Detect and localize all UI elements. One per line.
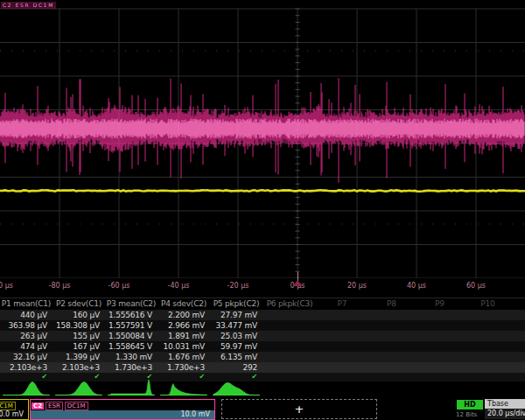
param-value [262, 310, 317, 320]
param-header[interactable]: P5 pkpk(C2) [210, 298, 262, 310]
param-value: 1.558645 V [105, 341, 158, 352]
timebase-descriptor[interactable]: Tbase 20.0 µs/div [485, 399, 525, 419]
param-header[interactable]: P6 pkpk(C3) [262, 298, 317, 310]
param-value: 263 µV [0, 331, 52, 341]
param-value [317, 331, 368, 341]
trace-annotation: C2 ESR DC1M [1, 2, 56, 9]
param-value: 1.730e+3 [158, 362, 210, 373]
trace-c2 [0, 78, 524, 183]
bit-depth-label: 12 Bits [456, 411, 477, 418]
param-value: 27.97 mV [210, 310, 262, 320]
c1-volts-per-div: 10.0 mV [0, 410, 28, 419]
param-value [416, 341, 464, 352]
param-value [262, 362, 317, 373]
histicon-3[interactable] [105, 380, 158, 396]
param-value [416, 310, 464, 320]
param-header[interactable]: P8 [368, 298, 416, 310]
c1-coupling-badge: DC1M [0, 402, 16, 410]
param-value: 2.200 mV [158, 310, 210, 320]
param-value [262, 331, 317, 341]
param-value [317, 310, 368, 320]
histicon-5[interactable] [210, 380, 262, 396]
c2-volts-per-div: 10.0 mV [31, 410, 214, 419]
histicon-4[interactable] [158, 380, 210, 396]
channel-c1-descriptor[interactable]: C1 DC1M 10.0 mV [0, 399, 29, 420]
param-value: 2.103e+3 [0, 362, 52, 373]
param-header[interactable]: P11 [512, 298, 525, 310]
waveform-display[interactable] [0, 0, 525, 278]
channel-c2-descriptor[interactable]: C2 ESR DC1M 10.0 mV [30, 399, 215, 420]
measurement-row: 474 µV167 µV1.558645 V10.031 mV59.97 mV [0, 341, 525, 352]
histicon-2[interactable] [52, 380, 105, 396]
param-value [464, 341, 512, 352]
c2-coupling-badge: DC1M [65, 402, 88, 410]
param-value: 160 µV [52, 310, 105, 320]
measurement-table: P1 mean(C1)P2 sdev(C1)P3 mean(C2)P4 sdev… [0, 298, 525, 382]
param-value [368, 331, 416, 341]
param-value: 59.97 mV [210, 341, 262, 352]
param-value [512, 320, 525, 331]
param-header[interactable]: P9 [416, 298, 464, 310]
param-value [512, 331, 525, 341]
measurement-row: 363.98 µV158.308 µV1.557591 V2.966 mV33.… [0, 320, 525, 331]
x-axis-label: -20 µs [228, 282, 249, 290]
param-value [262, 341, 317, 352]
param-value [416, 362, 464, 373]
hd-mode-badge[interactable]: HD [457, 400, 483, 410]
param-value: 1.676 mV [158, 352, 210, 362]
param-value [317, 352, 368, 362]
x-axis-label: -80 µs [49, 282, 71, 290]
param-value [464, 362, 512, 373]
param-value: 1.550084 V [105, 331, 158, 341]
param-value: 25.03 mV [210, 331, 262, 341]
param-value [512, 310, 525, 320]
param-value: 474 µV [0, 341, 52, 352]
time-axis: -100 µs-80 µs-60 µs-40 µs-20 µs0 µs20 µs… [0, 278, 525, 293]
add-trace-button[interactable]: + [221, 399, 377, 419]
c2-label: C2 [32, 402, 44, 410]
measurement-row: 2.103e+32.103e+31.730e+31.730e+3292 [0, 362, 525, 373]
trigger-position-marker[interactable] [293, 280, 302, 286]
param-value [512, 352, 525, 362]
param-value: 155 µV [52, 331, 105, 341]
param-value [464, 320, 512, 331]
x-axis-label: 60 µs [466, 282, 486, 290]
param-value [416, 320, 464, 331]
param-value: 1.891 mV [158, 331, 210, 341]
param-value [464, 352, 512, 362]
descriptor-bar: C1 DC1M 10.0 mV C2 ESR DC1M 10.0 mV + HD… [0, 396, 525, 420]
param-value [262, 352, 317, 362]
oscilloscope-screen: C2 ESR DC1M -100 µs-80 µs-60 µs-40 µs-20… [0, 0, 525, 420]
param-value [317, 320, 368, 331]
param-value: 440 µV [0, 310, 52, 320]
measurement-row: 32.16 µV1.399 µV1.330 mV1.676 mV6.135 mV [0, 352, 525, 362]
param-value [464, 310, 512, 320]
param-header[interactable]: P10 [464, 298, 512, 310]
param-value: 1.555616 V [105, 310, 158, 320]
x-axis-label: -100 µs [0, 282, 13, 290]
param-header[interactable]: P7 [317, 298, 368, 310]
param-value [368, 352, 416, 362]
param-value: 1.330 mV [105, 352, 158, 362]
param-value [368, 320, 416, 331]
param-value: 158.308 µV [52, 320, 105, 331]
param-value [317, 341, 368, 352]
histicon-row [0, 380, 525, 396]
param-value: 1.557591 V [105, 320, 158, 331]
x-axis-label: -60 µs [108, 282, 130, 290]
param-value [368, 341, 416, 352]
param-header[interactable]: P2 sdev(C1) [52, 298, 105, 310]
param-header[interactable]: P1 mean(C1) [0, 298, 52, 310]
param-value [464, 331, 512, 341]
param-value [416, 352, 464, 362]
param-header[interactable]: P4 sdev(C2) [158, 298, 210, 310]
param-value [512, 341, 525, 352]
param-value: 6.135 mV [210, 352, 262, 362]
param-value [416, 331, 464, 341]
histicon-1[interactable] [0, 380, 52, 396]
param-value: 363.98 µV [0, 320, 52, 331]
param-value: 10.031 mV [158, 341, 210, 352]
param-header[interactable]: P3 mean(C2) [105, 298, 158, 310]
param-value: 2.103e+3 [52, 362, 105, 373]
timebase-title: Tbase [485, 399, 525, 409]
